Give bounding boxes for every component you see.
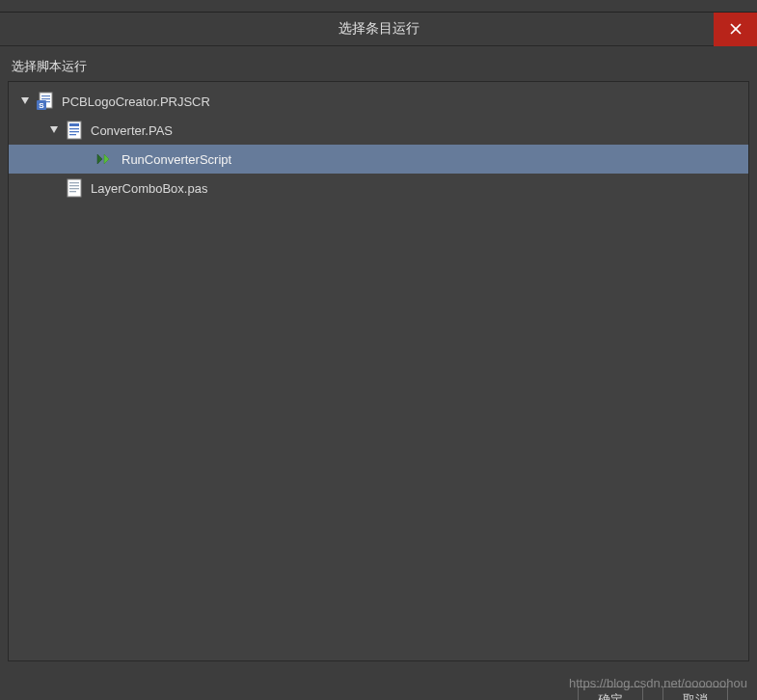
close-button[interactable] bbox=[714, 13, 757, 46]
svg-rect-14 bbox=[69, 134, 76, 135]
svg-marker-9 bbox=[50, 126, 58, 133]
svg-rect-13 bbox=[69, 131, 79, 132]
run-script-icon bbox=[94, 148, 117, 171]
svg-rect-20 bbox=[69, 188, 79, 189]
svg-rect-5 bbox=[41, 98, 50, 99]
section-label: 选择脚本运行 bbox=[12, 58, 749, 75]
svg-marker-15 bbox=[97, 154, 102, 164]
svg-rect-21 bbox=[69, 191, 76, 192]
tree-item-converter[interactable]: Converter.PAS bbox=[9, 116, 748, 145]
ok-label: 确定 bbox=[598, 692, 623, 700]
svg-marker-16 bbox=[104, 154, 109, 164]
cancel-label: 取消 bbox=[683, 692, 708, 700]
svg-rect-11 bbox=[69, 123, 79, 126]
tree-item-label: RunConverterScript bbox=[122, 152, 231, 167]
svg-rect-19 bbox=[69, 185, 79, 186]
svg-marker-2 bbox=[21, 97, 29, 104]
close-icon bbox=[730, 21, 742, 39]
svg-rect-18 bbox=[69, 182, 79, 183]
tree-panel: S PCBLogoCreator.PRJSCR Convert bbox=[8, 81, 749, 661]
outer-top-strip bbox=[0, 0, 757, 13]
svg-rect-4 bbox=[41, 95, 50, 96]
svg-rect-12 bbox=[69, 128, 79, 129]
tree-item-project[interactable]: S PCBLogoCreator.PRJSCR bbox=[9, 87, 748, 116]
tree-item-script[interactable]: RunConverterScript bbox=[9, 145, 748, 174]
button-bar: 确定 取消 bbox=[0, 683, 757, 700]
expander-icon[interactable] bbox=[47, 123, 61, 137]
window-title: 选择条目运行 bbox=[338, 20, 419, 38]
tree-item-label: PCBLogoCreator.PRJSCR bbox=[62, 94, 210, 109]
titlebar: 选择条目运行 bbox=[0, 13, 757, 46]
pas-file-icon bbox=[63, 119, 86, 142]
tree-item-layer[interactable]: LayerComboBox.pas bbox=[9, 174, 748, 202]
svg-text:S: S bbox=[39, 101, 44, 110]
project-file-icon: S bbox=[34, 90, 57, 113]
cancel-button[interactable]: 取消 bbox=[662, 687, 728, 700]
tree-item-label: LayerComboBox.pas bbox=[91, 181, 207, 196]
expander-icon[interactable] bbox=[18, 94, 32, 108]
content-area: 选择脚本运行 S PCBLogoCreator.PRJSCR bbox=[0, 46, 757, 669]
pas-file-icon bbox=[63, 176, 86, 200]
tree-item-label: Converter.PAS bbox=[91, 123, 173, 138]
ok-button[interactable]: 确定 bbox=[578, 687, 643, 700]
